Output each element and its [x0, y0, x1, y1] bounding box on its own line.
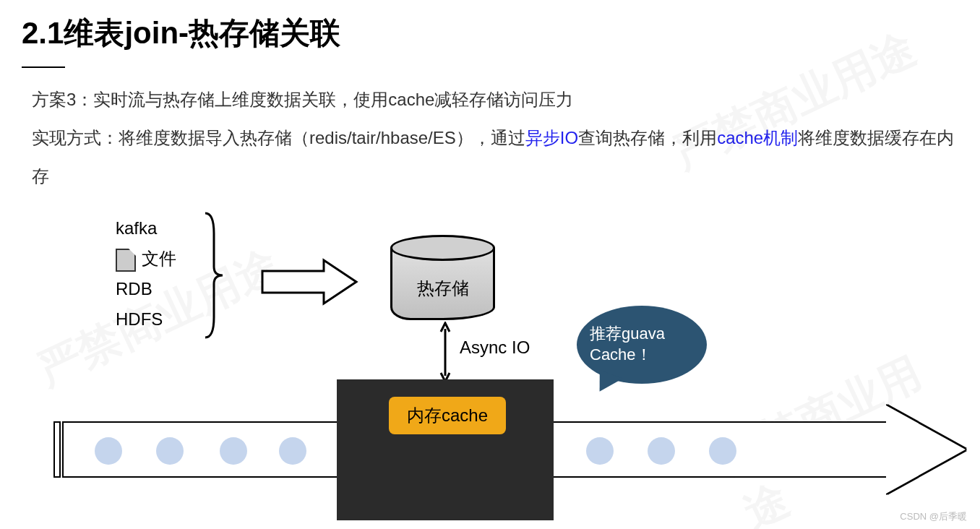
stream-event-dot	[156, 437, 184, 465]
source-hdfs: HDFS	[116, 304, 176, 335]
stream-event-dot	[95, 437, 122, 465]
source-file: 文件	[116, 244, 176, 274]
source-rdb: RDB	[116, 274, 176, 304]
slide-title: 2.1维表join-热存储关联	[0, 0, 980, 53]
block-arrow-icon	[259, 257, 360, 307]
stream-event-dot	[279, 437, 306, 465]
csdn-watermark: CSDN @后季暖	[900, 510, 967, 523]
stream-arrowhead-icon	[886, 405, 966, 494]
desc-line-2: 实现方式：将维度数据导入热存储（redis/tair/hbase/ES），通过异…	[32, 119, 958, 196]
processor-box: 内存cache	[337, 379, 554, 520]
speech-bubble: 推荐guava Cache！	[577, 306, 714, 400]
architecture-diagram: kafka 文件 RDB HDFS 热存储 Async IO 内存cache	[0, 206, 980, 524]
stream-event-dot	[220, 437, 247, 465]
async-io-arrow-icon	[438, 322, 452, 383]
async-io-label: Async IO	[460, 337, 530, 358]
bubble-body: 推荐guava Cache！	[577, 306, 707, 384]
stream-event-dot	[586, 437, 614, 465]
highlight-async-io: 异步IO	[525, 128, 578, 147]
memory-cache-box: 内存cache	[389, 397, 506, 434]
stream-event-dot	[709, 437, 736, 465]
stream-event-dot	[648, 437, 675, 465]
cylinder-top	[390, 235, 495, 261]
hot-storage-label: 热存储	[390, 277, 495, 300]
bubble-text: 推荐guava Cache！	[590, 324, 694, 365]
desc-line-1: 方案3：实时流与热存储上维度数据关联，使用cache减轻存储访问压力	[32, 81, 958, 119]
description-block: 方案3：实时流与热存储上维度数据关联，使用cache减轻存储访问压力 实现方式：…	[0, 68, 980, 195]
highlight-cache: cache机制	[717, 128, 798, 147]
source-kafka: kafka	[116, 213, 176, 244]
brace-icon	[204, 212, 224, 339]
stream-cap	[53, 421, 61, 478]
hot-storage-cylinder: 热存储	[390, 235, 495, 322]
file-icon	[116, 249, 136, 272]
data-sources-list: kafka 文件 RDB HDFS	[116, 213, 176, 335]
